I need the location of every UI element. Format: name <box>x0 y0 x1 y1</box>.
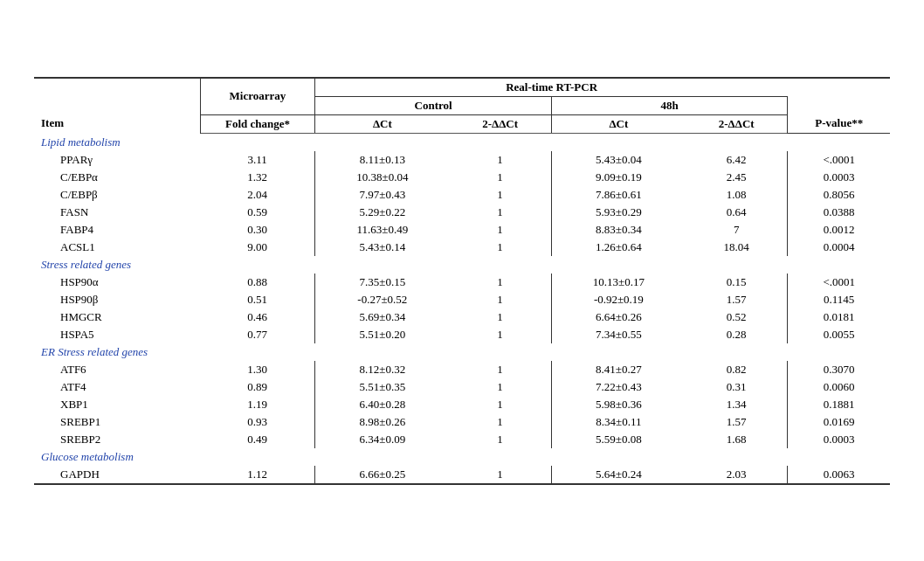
th-2ddct-control: 2-ΔΔCt <box>449 114 551 133</box>
data-cell: 7.97±0.43 <box>315 186 450 204</box>
section-label: Stress related genes <box>34 256 890 274</box>
data-cell: 7.86±0.61 <box>551 186 686 204</box>
category-row: Lipid metabolism <box>34 133 890 151</box>
table-wrapper: Item Microarray Real-time RT-PCR P-value… <box>34 77 890 485</box>
data-cell: 6.64±0.26 <box>551 308 686 326</box>
data-cell: 8.98±0.26 <box>315 413 450 431</box>
data-cell: 1.34 <box>686 396 788 413</box>
data-cell: 10.38±0.04 <box>315 169 450 186</box>
data-cell: 0.0003 <box>788 169 890 186</box>
header-row-1: Item Microarray Real-time RT-PCR P-value… <box>34 78 890 97</box>
data-cell: <.0001 <box>788 151 890 169</box>
data-cell: 0.0063 <box>788 466 890 484</box>
data-cell: 0.51 <box>200 291 315 308</box>
data-cell: 0.52 <box>686 308 788 326</box>
table-row: FABP40.3011.63±0.4918.83±0.3470.0012 <box>34 221 890 239</box>
data-cell: 1 <box>449 308 551 326</box>
table-row: ATF61.308.12±0.3218.41±0.270.820.3070 <box>34 361 890 378</box>
data-cell: 9.00 <box>200 239 315 256</box>
th-control: Control <box>315 96 552 114</box>
data-cell: 0.0181 <box>788 308 890 326</box>
category-row: Glucose metabolism <box>34 448 890 466</box>
table-row: C/EBPα1.3210.38±0.0419.09±0.192.450.0003 <box>34 169 890 186</box>
data-cell: 1 <box>449 239 551 256</box>
table-row: PPARγ3.118.11±0.1315.43±0.046.42<.0001 <box>34 151 890 169</box>
table-row: HSP90β0.51-0.27±0.521-0.92±0.191.570.114… <box>34 291 890 308</box>
data-cell: 1 <box>449 326 551 343</box>
data-cell: 0.0060 <box>788 378 890 396</box>
data-cell: 0.59 <box>200 204 315 221</box>
data-cell: 0.0169 <box>788 413 890 431</box>
th-rtpcr: Real-time RT-PCR <box>315 78 788 97</box>
data-cell: 1.30 <box>200 361 315 378</box>
table-row: SREBP20.496.34±0.0915.59±0.081.680.0003 <box>34 431 890 448</box>
data-cell: 1.12 <box>200 466 315 484</box>
th-fold-change: Fold change* <box>200 114 315 133</box>
data-cell: 1 <box>449 361 551 378</box>
data-cell: 0.64 <box>686 204 788 221</box>
data-cell: 2.45 <box>686 169 788 186</box>
data-cell: 8.41±0.27 <box>551 361 686 378</box>
data-cell: 0.1881 <box>788 396 890 413</box>
data-cell: 0.0055 <box>788 326 890 343</box>
data-cell: 1.19 <box>200 396 315 413</box>
data-cell: 0.46 <box>200 308 315 326</box>
data-cell: 1 <box>449 221 551 239</box>
table-row: XBP11.196.40±0.2815.98±0.361.340.1881 <box>34 396 890 413</box>
th-2ddct-48h: 2-ΔΔCt <box>686 114 788 133</box>
gene-name-cell: GAPDH <box>34 466 200 484</box>
data-cell: 5.98±0.36 <box>551 396 686 413</box>
data-cell: 9.09±0.19 <box>551 169 686 186</box>
data-cell: 5.64±0.24 <box>551 466 686 484</box>
data-cell: 1.32 <box>200 169 315 186</box>
data-cell: 5.59±0.08 <box>551 431 686 448</box>
data-cell: 2.03 <box>686 466 788 484</box>
th-item: Item <box>34 78 200 134</box>
data-cell: 6.42 <box>686 151 788 169</box>
data-cell: 0.3070 <box>788 361 890 378</box>
table-row: FASN0.595.29±0.2215.93±0.290.640.0388 <box>34 204 890 221</box>
th-48h: 48h <box>551 96 788 114</box>
data-cell: 8.34±0.11 <box>551 413 686 431</box>
data-cell: 6.66±0.25 <box>315 466 450 484</box>
gene-name-cell: SREBP1 <box>34 413 200 431</box>
data-cell: <.0001 <box>788 274 890 291</box>
gene-name-cell: FASN <box>34 204 200 221</box>
gene-name-cell: C/EBPα <box>34 169 200 186</box>
th-microarray: Microarray <box>200 78 315 115</box>
section-label: ER Stress related genes <box>34 343 890 361</box>
gene-name-cell: ATF4 <box>34 378 200 396</box>
data-cell: 7.35±0.15 <box>315 274 450 291</box>
data-cell: 3.11 <box>200 151 315 169</box>
th-dct-control: ΔCt <box>315 114 450 133</box>
data-cell: 1 <box>449 291 551 308</box>
gene-name-cell: FABP4 <box>34 221 200 239</box>
data-cell: 5.43±0.14 <box>315 239 450 256</box>
data-cell: 0.77 <box>200 326 315 343</box>
data-cell: 0.0004 <box>788 239 890 256</box>
table-row: SREBP10.938.98±0.2618.34±0.111.570.0169 <box>34 413 890 431</box>
data-cell: 1 <box>449 466 551 484</box>
data-cell: 0.30 <box>200 221 315 239</box>
data-cell: 1.08 <box>686 186 788 204</box>
data-cell: 2.04 <box>200 186 315 204</box>
data-cell: 5.51±0.20 <box>315 326 450 343</box>
gene-name-cell: HSP90α <box>34 274 200 291</box>
data-cell: 0.1145 <box>788 291 890 308</box>
category-row: Stress related genes <box>34 256 890 274</box>
table-row: C/EBPβ2.047.97±0.4317.86±0.611.080.8056 <box>34 186 890 204</box>
data-cell: 0.8056 <box>788 186 890 204</box>
data-cell: 8.12±0.32 <box>315 361 450 378</box>
gene-name-cell: HSP90β <box>34 291 200 308</box>
table-row: HSP90α0.887.35±0.15110.13±0.170.15<.0001 <box>34 274 890 291</box>
data-cell: 1 <box>449 396 551 413</box>
data-cell: 0.0388 <box>788 204 890 221</box>
data-cell: 0.93 <box>200 413 315 431</box>
table-row: HSPA50.775.51±0.2017.34±0.550.280.0055 <box>34 326 890 343</box>
data-cell: 1.26±0.64 <box>551 239 686 256</box>
data-cell: 5.69±0.34 <box>315 308 450 326</box>
data-cell: 8.11±0.13 <box>315 151 450 169</box>
data-cell: 0.0003 <box>788 431 890 448</box>
data-cell: 6.34±0.09 <box>315 431 450 448</box>
data-cell: 1.57 <box>686 413 788 431</box>
